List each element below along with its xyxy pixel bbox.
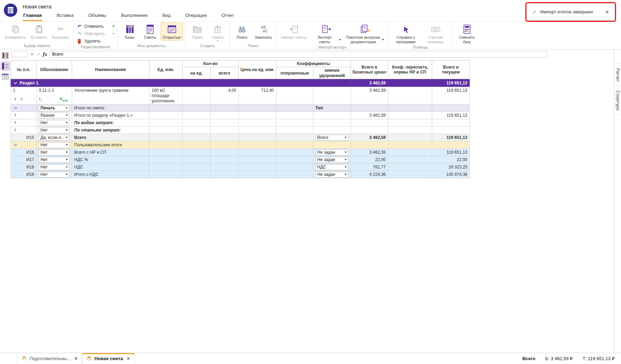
- item-qty-total-cell[interactable]: 4,00: [211, 87, 239, 104]
- confirm-icon[interactable]: ✓: [37, 52, 40, 57]
- total-row-i15[interactable]: И15 Да, если н... Всего Всего 3 462,59 1…: [11, 134, 470, 141]
- by-cost-items-row[interactable]: Нет По статьям затрат:: [11, 127, 470, 134]
- item-unit-price-cell[interactable]: 712,40: [239, 87, 276, 104]
- i15-total-base[interactable]: 3 462,59: [351, 134, 388, 141]
- panel-tab-calculation[interactable]: Расчет: [615, 64, 620, 86]
- item-expand2-icon[interactable]: [20, 97, 23, 102]
- i17-print-dropdown[interactable]: Нет: [39, 157, 70, 163]
- opened-button[interactable]: Открытые: [161, 23, 183, 40]
- total-row-i19[interactable]: И19 Нет Итого с НДС Не задан 4 224,36 14…: [11, 171, 470, 178]
- delete-button[interactable]: Удалить: [76, 38, 115, 44]
- i17-type-dropdown[interactable]: Не задан: [315, 157, 348, 163]
- section-total-current[interactable]: 119 651,13: [432, 79, 470, 87]
- i16-type-dropdown[interactable]: Не задан: [315, 149, 348, 155]
- item-name-cell[interactable]: Уплотнение грунта гравием: [72, 87, 149, 104]
- cancel-icon[interactable]: ✕: [30, 52, 34, 57]
- name-box-input[interactable]: [12, 51, 28, 57]
- user-totals-name[interactable]: Пользовательские итоги: [72, 141, 149, 149]
- i15-total-current[interactable]: 119 651,13: [432, 134, 470, 141]
- item-qty-per-unit-cell[interactable]: [183, 87, 211, 104]
- by-cost-types-name[interactable]: По видам затрат:: [72, 119, 149, 127]
- i16-name[interactable]: Всего с НР и СП: [72, 149, 149, 156]
- section-totals-row[interactable]: Разное Итоги по разделу «Раздел 1.» 3 46…: [11, 112, 470, 119]
- change-base-button[interactable]: Сменить базу: [454, 23, 480, 45]
- by-cost-items-name[interactable]: По статьям затрат:: [72, 127, 149, 134]
- total-row-i18[interactable]: И18 Нет НДС НДС 761,77 26 323,25: [11, 164, 470, 171]
- i15-type-dropdown[interactable]: Всего: [315, 135, 348, 141]
- create-estimate-caret-icon[interactable]: [217, 40, 219, 42]
- i16-total-current[interactable]: 119 651,13: [432, 149, 470, 156]
- i19-total-current[interactable]: 145 974,38: [432, 171, 470, 178]
- create-estimate-button[interactable]: Смета: [208, 23, 228, 43]
- section-row[interactable]: Раздел 1. 3 462,59 119 651,13: [11, 79, 470, 87]
- tab-vypolnenie[interactable]: Выполнение: [120, 13, 148, 21]
- total-row-i17[interactable]: И17 Нет НДС % Не задан 22,00 22,00: [11, 156, 470, 164]
- formula-input[interactable]: [50, 51, 548, 58]
- item-code[interactable]: 3.11-1-1: [39, 88, 70, 93]
- i19-name[interactable]: Итого с НДС: [72, 171, 149, 178]
- total-row-i16[interactable]: И16 Нет Всего с НР и СП Не задан 3 462,5…: [11, 149, 470, 156]
- estimates-button[interactable]: Сметы: [140, 23, 160, 40]
- i16-total-base[interactable]: 3 462,59: [351, 149, 388, 156]
- totals-collapse-icon[interactable]: [14, 106, 17, 110]
- search-button[interactable]: Поиск: [232, 23, 252, 40]
- undo-dropdown-caret-icon[interactable]: [113, 26, 115, 27]
- item-row[interactable]: 1 3.11-1-1: [11, 87, 470, 104]
- batch-export-caret-icon[interactable]: [382, 39, 384, 40]
- i18-total-base[interactable]: 761,77: [351, 164, 388, 171]
- item-total-current-cell[interactable]: 119 651,13: [432, 87, 470, 104]
- i18-print-dropdown[interactable]: Нет: [39, 164, 70, 170]
- section-totals-expand-icon[interactable]: [14, 113, 17, 118]
- item-recalc-cell[interactable]: [388, 87, 432, 104]
- redo-button[interactable]: ↷ Повторить: [76, 31, 115, 37]
- cut-button[interactable]: ✂ Вырезать: [50, 23, 71, 40]
- tab-vstavka[interactable]: Вставка: [56, 13, 74, 21]
- export-estimate-button[interactable]: Экспорт сметы: [309, 23, 343, 45]
- i19-print-dropdown[interactable]: Нет: [39, 172, 70, 178]
- folder-button[interactable]: Папка: [187, 23, 207, 40]
- i15-print-dropdown[interactable]: Да, если н...: [39, 135, 70, 141]
- user-totals-dropdown[interactable]: Нет: [39, 142, 70, 148]
- by-cost-types-expand-icon[interactable]: [14, 120, 17, 125]
- kp-coefficient-link[interactable]: Кп: [39, 97, 43, 102]
- section-totals-base[interactable]: 3 462,59: [351, 112, 388, 119]
- i17-total-current[interactable]: 22,00: [432, 156, 470, 164]
- section-totals-name[interactable]: Итоги по разделу «Раздел 1.»: [72, 112, 149, 119]
- paste-button[interactable]: Вставить: [28, 23, 49, 40]
- copy-button[interactable]: Копировать: [3, 23, 28, 40]
- print-dropdown[interactable]: Печать: [39, 105, 70, 111]
- doc-tab-close-icon[interactable]: ✕: [127, 356, 130, 361]
- i15-name[interactable]: Всего: [72, 134, 149, 141]
- item-unit-cell[interactable]: 100 м2 площади уплотнения: [149, 87, 183, 104]
- tab-operacii[interactable]: Операции: [185, 13, 207, 21]
- tab-obyomy[interactable]: Объёмы: [88, 13, 107, 21]
- i16-print-dropdown[interactable]: Нет: [39, 149, 70, 155]
- by-cost-types-dropdown[interactable]: Нет: [39, 120, 70, 126]
- doc-tab-podgotovitelny[interactable]: Подготовительны... ✕: [17, 353, 82, 364]
- by-cost-items-expand-icon[interactable]: [14, 128, 17, 133]
- by-cost-items-dropdown[interactable]: Нет: [39, 127, 70, 133]
- fx-icon[interactable]: fx: [43, 51, 47, 57]
- totals-header-row[interactable]: Печать Итоги по смете: Тип: [11, 104, 470, 112]
- import-estimate-button[interactable]: Импорт сметы: [279, 23, 309, 40]
- section-totals-dropdown[interactable]: Разное: [39, 113, 70, 119]
- replace-button[interactable]: АВ→АС Заменить: [252, 23, 274, 40]
- i18-name[interactable]: НДС: [72, 164, 149, 171]
- redo-dropdown-caret-icon[interactable]: [113, 33, 115, 34]
- item-total-base-cell[interactable]: 3 462,59: [351, 87, 388, 104]
- i18-type-dropdown[interactable]: НДС: [315, 164, 348, 170]
- section-total-base[interactable]: 3 462,59: [351, 79, 388, 87]
- doc-tab-novaya-smeta[interactable]: Новая смета ✕: [82, 353, 135, 364]
- tab-glavnaya[interactable]: Главная: [23, 13, 43, 21]
- view-table-icon[interactable]: [1, 72, 10, 81]
- tab-vid[interactable]: Вид: [162, 13, 172, 21]
- toast-close-icon[interactable]: ✕: [605, 9, 609, 15]
- item-expand-icon[interactable]: [14, 97, 17, 102]
- item-corrective-cell[interactable]: [276, 87, 313, 104]
- i19-type-dropdown[interactable]: Не задан: [315, 172, 348, 178]
- by-cost-types-row[interactable]: Нет По видам затрат:: [11, 119, 470, 127]
- i17-name[interactable]: НДС %: [72, 156, 149, 164]
- bases-button[interactable]: Базы: [120, 23, 140, 40]
- user-totals-row[interactable]: Нет Пользовательские итоги: [11, 141, 470, 149]
- help-button[interactable]: Справка о программе: [391, 23, 421, 45]
